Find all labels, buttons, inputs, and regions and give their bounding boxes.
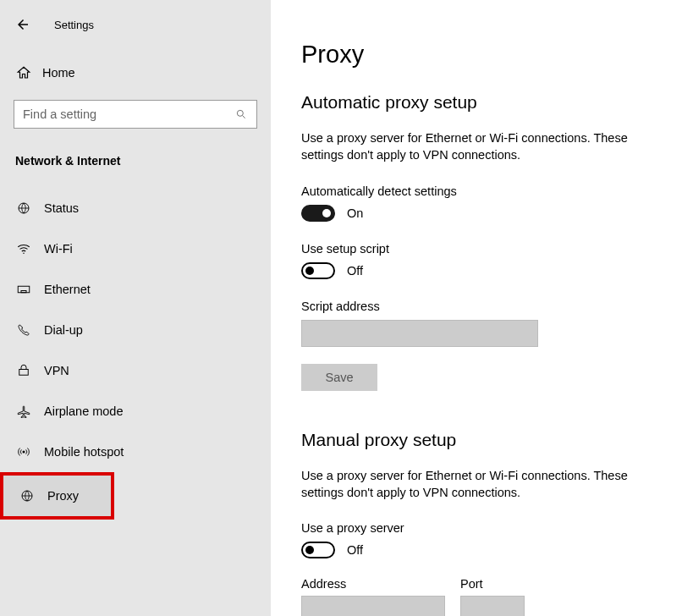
auto-detect-state: On [347,206,363,220]
back-icon[interactable] [14,15,32,34]
manual-proxy-desc: Use a proxy server for Ethernet or Wi-Fi… [301,467,657,502]
svg-point-3 [23,253,25,255]
search-input[interactable] [14,100,257,129]
port-input[interactable] [460,596,525,616]
search-icon [234,107,248,121]
sidebar-item-label: Mobile hotspot [44,445,124,459]
use-script-label: Use setup script [301,242,663,256]
airplane-icon [15,403,32,420]
script-address-label: Script address [301,300,663,313]
save-button[interactable]: Save [301,364,377,391]
sidebar-item-proxy[interactable]: Proxy [3,476,111,516]
window-title: Settings [54,19,94,31]
status-icon [15,200,32,217]
use-proxy-toggle[interactable] [301,542,335,558]
dialup-icon [15,322,32,338]
page-title: Proxy [301,41,663,69]
use-script-state: Off [347,264,363,278]
svg-point-7 [23,451,25,454]
auto-detect-toggle[interactable] [301,205,335,222]
sidebar-item-label: VPN [44,364,69,377]
sidebar-item-airplane[interactable]: Airplane mode [0,391,271,432]
sidebar-item-status[interactable]: Status [0,188,271,228]
use-script-toggle[interactable] [301,262,335,279]
port-label: Port [460,577,525,591]
address-label: Address [301,577,445,591]
auto-detect-label: Automatically detect settings [301,184,663,198]
sidebar-item-label: Wi-Fi [44,242,73,256]
manual-proxy-heading: Manual proxy setup [301,430,663,450]
svg-point-0 [237,110,243,116]
svg-rect-5 [21,291,26,293]
wifi-icon [15,240,32,257]
proxy-icon [19,487,36,504]
script-address-input[interactable] [301,320,538,347]
sidebar-item-label: Proxy [47,489,79,503]
search-field[interactable] [23,107,234,121]
sidebar-item-ethernet[interactable]: Ethernet [0,269,271,310]
use-proxy-state: Off [347,543,363,557]
section-header: Network & Internet [0,154,271,168]
auto-proxy-desc: Use a proxy server for Ethernet or Wi-Fi… [301,129,657,164]
hotspot-icon [15,443,32,460]
sidebar-item-label: Ethernet [44,283,91,296]
svg-line-1 [243,116,245,118]
sidebar-item-dialup[interactable]: Dial-up [0,310,271,350]
sidebar-item-wifi[interactable]: Wi-Fi [0,228,271,269]
sidebar-item-label: Airplane mode [44,404,124,418]
vpn-icon [15,362,32,379]
sidebar-item-vpn[interactable]: VPN [0,350,271,391]
home-link[interactable]: Home [0,58,271,88]
home-label: Home [42,66,75,80]
sidebar-item-label: Dial-up [44,323,83,337]
svg-rect-4 [18,286,30,293]
sidebar-item-hotspot[interactable]: Mobile hotspot [0,432,271,472]
address-input[interactable] [301,596,445,616]
use-proxy-label: Use a proxy server [301,521,663,535]
auto-proxy-heading: Automatic proxy setup [301,92,663,113]
home-icon [15,64,32,81]
sidebar-item-label: Status [44,201,79,215]
ethernet-icon [15,281,32,298]
svg-rect-6 [19,370,29,376]
